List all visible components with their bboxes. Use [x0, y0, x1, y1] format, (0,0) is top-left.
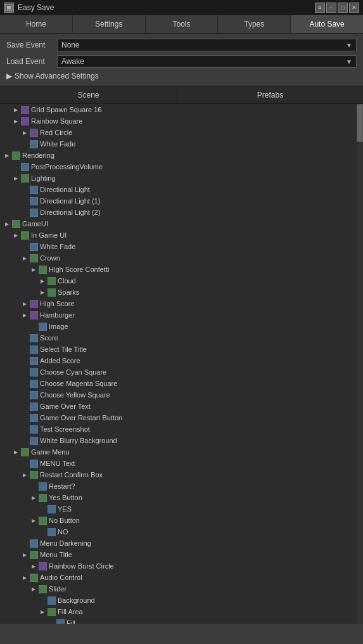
- expand-arrow-icon[interactable]: ▶: [11, 449, 20, 455]
- tree-item[interactable]: ▶ Lighting: [0, 172, 357, 184]
- svg-rect-71: [40, 495, 46, 501]
- expand-arrow-icon[interactable]: ▶: [29, 495, 38, 501]
- tree-item[interactable]: YES: [0, 503, 357, 515]
- expand-arrow-icon[interactable]: ▶: [29, 564, 38, 569]
- tree-item[interactable]: Choose Cyan Square: [0, 366, 357, 378]
- expand-arrow-icon[interactable]: ▶: [29, 518, 38, 524]
- tree-item[interactable]: ▶ Slider: [0, 583, 357, 595]
- tab-home[interactable]: Home: [0, 15, 73, 33]
- tree-item[interactable]: PostProcessingVolume: [0, 161, 357, 172]
- expand-arrow-icon[interactable]: ▶: [20, 552, 29, 558]
- tree-item[interactable]: Choose Magenta Square: [0, 378, 357, 389]
- svg-rect-39: [31, 312, 37, 318]
- tree-item[interactable]: Game Over Restart Button: [0, 412, 357, 423]
- svg-rect-77: [49, 529, 54, 535]
- tree-item[interactable]: ▶ Sparks: [0, 287, 357, 298]
- tree-item[interactable]: Directional Light (1): [0, 195, 357, 207]
- tree-item[interactable]: ▶ Rendering: [0, 150, 357, 161]
- svg-rect-3: [22, 107, 28, 113]
- tree-item[interactable]: Directional Light (2): [0, 207, 357, 218]
- tree-item[interactable]: Test Screenshot: [0, 423, 357, 435]
- expand-arrow-icon[interactable]: ▶: [11, 233, 20, 238]
- tree-item[interactable]: ▶ High Score: [0, 298, 357, 309]
- expand-arrow-icon[interactable]: ▶: [11, 119, 20, 124]
- tree-item[interactable]: ▶ Rainbow Square: [0, 115, 357, 127]
- tab-settings[interactable]: Settings: [73, 15, 146, 33]
- tree-item[interactable]: White Blurry Background: [0, 435, 357, 446]
- load-event-dropdown[interactable]: Awake ▼: [57, 55, 357, 68]
- tree-item[interactable]: Game Over Text: [0, 401, 357, 412]
- tree-item[interactable]: Directional Light: [0, 184, 357, 195]
- tab-tools[interactable]: Tools: [146, 15, 219, 33]
- tree-item[interactable]: ▶ Game Menu: [0, 446, 357, 458]
- tree-item[interactable]: ▶ Hamburger: [0, 309, 357, 321]
- expand-arrow-icon[interactable]: ▶: [20, 130, 29, 136]
- tab-types[interactable]: Types: [218, 15, 291, 33]
- expand-arrow-icon[interactable]: ▶: [3, 153, 11, 158]
- tab-autosave[interactable]: Auto Save: [291, 15, 363, 33]
- tree-item[interactable]: ▶ Restart Confirm Box: [0, 469, 357, 480]
- node-icon: [20, 231, 29, 240]
- tree-item[interactable]: ▶ Crown: [0, 252, 357, 264]
- app-title: Easy Save: [18, 3, 54, 12]
- minimize-button[interactable]: −: [326, 3, 336, 13]
- save-event-dropdown[interactable]: None ▼: [57, 39, 357, 51]
- expand-arrow-icon[interactable]: ▶: [38, 609, 47, 615]
- tree-item[interactable]: Select Tile Title: [0, 344, 357, 355]
- title-bar-controls[interactable]: ≡ − □ ✕: [315, 3, 359, 13]
- load-event-row: Load Event Awake ▼: [6, 55, 357, 68]
- close-button[interactable]: ✕: [349, 3, 359, 13]
- scrollbar[interactable]: [357, 104, 363, 624]
- tree-item[interactable]: ▶ No Button: [0, 515, 357, 526]
- expand-arrow-icon[interactable]: ▶: [20, 312, 29, 318]
- svg-rect-11: [13, 153, 19, 158]
- tree-item[interactable]: ▶ Fill Area: [0, 606, 357, 617]
- tree-item[interactable]: ▶ Yes Button: [0, 492, 357, 503]
- node-icon: [20, 117, 29, 126]
- tree-item[interactable]: ▶ Cloud: [0, 275, 357, 287]
- svg-rect-5: [22, 119, 28, 124]
- tree-item[interactable]: White Fade: [0, 241, 357, 252]
- tree-item[interactable]: ▶ Audio Control: [0, 572, 357, 583]
- tree-item[interactable]: ▶ Rainbow Burst Circle: [0, 560, 357, 572]
- tree-item[interactable]: Score: [0, 332, 357, 344]
- expand-arrow-icon[interactable]: ▶: [11, 176, 20, 181]
- expand-arrow-icon[interactable]: ▶: [20, 472, 29, 478]
- node-icon: [29, 402, 38, 411]
- menu-button[interactable]: ≡: [315, 3, 325, 13]
- advanced-settings-toggle[interactable]: ▶ Show Advanced Settings: [6, 72, 357, 80]
- expand-arrow-icon[interactable]: ▶: [3, 221, 11, 227]
- expand-arrow-icon[interactable]: ▶: [38, 290, 47, 295]
- tree-item[interactable]: Restart?: [0, 480, 357, 492]
- tree-item[interactable]: ▶ High Score Confetti: [0, 264, 357, 275]
- expand-arrow-icon[interactable]: ▶: [20, 575, 29, 581]
- expand-arrow-icon[interactable]: ▶: [29, 267, 38, 273]
- tree-item[interactable]: MENU Text: [0, 458, 357, 469]
- expand-arrow-icon[interactable]: ▶: [38, 278, 47, 284]
- tree-item[interactable]: ▶ In Game UI: [0, 229, 357, 241]
- tree-item[interactable]: ▶ GameUI: [0, 218, 357, 229]
- expand-arrow-icon[interactable]: ▶: [20, 255, 29, 261]
- tree-item[interactable]: NO: [0, 526, 357, 538]
- tree-item[interactable]: ▶ Red Circle: [0, 127, 357, 138]
- tree-item[interactable]: ▶ Menu Title: [0, 549, 357, 560]
- scrollbar-thumb[interactable]: [357, 104, 363, 142]
- node-label: Game Over Restart Button: [40, 414, 122, 422]
- tree-item[interactable]: ▶ Grid Spawn Square 16: [0, 104, 357, 115]
- tree-item[interactable]: Background: [0, 595, 357, 606]
- tree-item[interactable]: Choose Yellow Square: [0, 389, 357, 401]
- maximize-button[interactable]: □: [338, 3, 348, 13]
- expand-arrow-icon[interactable]: ▶: [29, 586, 38, 592]
- tree-item[interactable]: White Fade: [0, 138, 357, 150]
- expand-arrow-icon[interactable]: ▶: [11, 107, 20, 113]
- tree-container[interactable]: ▶ Grid Spawn Square 16▶ Rainbow Square▶ …: [0, 104, 363, 624]
- expand-arrow-icon[interactable]: ▶: [20, 301, 29, 307]
- tree-item[interactable]: Added Score: [0, 355, 357, 366]
- tree-item[interactable]: Image: [0, 321, 357, 332]
- node-icon: [47, 527, 56, 536]
- svg-rect-9: [31, 141, 37, 147]
- node-icon: [29, 379, 38, 388]
- node-icon: [38, 516, 47, 525]
- tree-item[interactable]: Fill: [0, 617, 357, 624]
- tree-item[interactable]: Menu Darkening: [0, 538, 357, 549]
